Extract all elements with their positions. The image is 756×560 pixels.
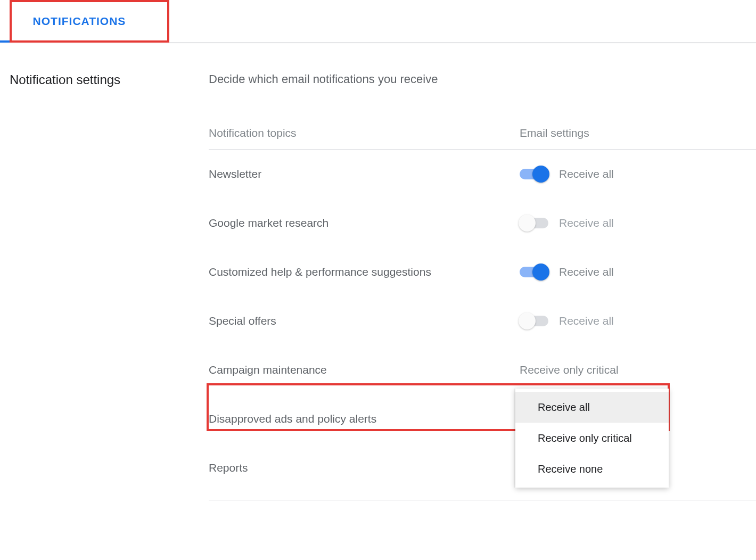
- topic-row-newsletter: Newsletter Receive all: [209, 150, 756, 199]
- topic-row-campaign-maintenance: Campaign maintenance Receive only critic…: [209, 345, 756, 394]
- topic-label: Google market research: [209, 217, 520, 229]
- tab-bar: Notifications: [0, 0, 756, 43]
- email-setting-cell: Receive all: [520, 168, 614, 180]
- topic-row-market-research: Google market research Receive all: [209, 199, 756, 248]
- toggle-special-offers[interactable]: [520, 316, 548, 326]
- email-setting-text: Receive all: [559, 315, 614, 327]
- topic-row-special-offers: Special offers Receive all: [209, 297, 756, 345]
- email-setting-cell: Receive all: [520, 315, 614, 327]
- main-panel: Decide which email notifications you rec…: [209, 72, 756, 500]
- tab-label: Notifications: [33, 15, 126, 28]
- topic-label: Disapproved ads and policy alerts: [209, 413, 520, 425]
- topic-row-reports: Reports: [209, 443, 756, 492]
- toggle-knob: [532, 263, 549, 281]
- email-setting-text: Receive all: [559, 266, 614, 278]
- toggle-knob: [519, 312, 536, 330]
- column-header-topics: Notification topics: [209, 127, 520, 139]
- topic-label: Campaign maintenance: [209, 364, 520, 376]
- toggle-knob: [519, 215, 536, 232]
- tab-notifications[interactable]: Notifications: [0, 0, 159, 43]
- topic-label: Customized help & performance suggestion…: [209, 266, 520, 278]
- columns-header: Notification topics Email settings: [209, 127, 756, 150]
- email-setting-dropdown: Receive all Receive only critical Receiv…: [515, 389, 669, 488]
- toggle-market-research[interactable]: [520, 218, 548, 228]
- topic-label: Special offers: [209, 315, 520, 327]
- email-setting-text: Receive all: [559, 168, 614, 180]
- toggle-newsletter[interactable]: [520, 169, 548, 179]
- toggle-knob: [532, 166, 549, 183]
- email-setting-cell: Receive all: [520, 266, 614, 278]
- email-setting-text: Receive all: [559, 217, 614, 229]
- topic-row-customized-help: Customized help & performance suggestion…: [209, 248, 756, 297]
- page-subtitle: Decide which email notifications you rec…: [209, 72, 756, 86]
- topic-label: Reports: [209, 462, 520, 474]
- email-setting-cell[interactable]: Receive only critical: [520, 364, 619, 376]
- sidebar: Notification settings: [0, 72, 209, 500]
- divider: [209, 500, 756, 500]
- column-header-email: Email settings: [520, 127, 589, 139]
- toggle-customized-help[interactable]: [520, 267, 548, 277]
- page-title: Notification settings: [10, 72, 209, 87]
- email-setting-text: Receive only critical: [520, 364, 619, 376]
- topic-label: Newsletter: [209, 168, 520, 180]
- email-setting-cell: Receive all: [520, 217, 614, 229]
- topic-row-disapproved-ads: Disapproved ads and policy alerts: [209, 394, 756, 443]
- dropdown-option-receive-none[interactable]: Receive none: [515, 454, 669, 484]
- dropdown-option-receive-only-critical[interactable]: Receive only critical: [515, 423, 669, 454]
- dropdown-option-receive-all[interactable]: Receive all: [515, 392, 669, 423]
- tab-active-indicator: [0, 40, 159, 43]
